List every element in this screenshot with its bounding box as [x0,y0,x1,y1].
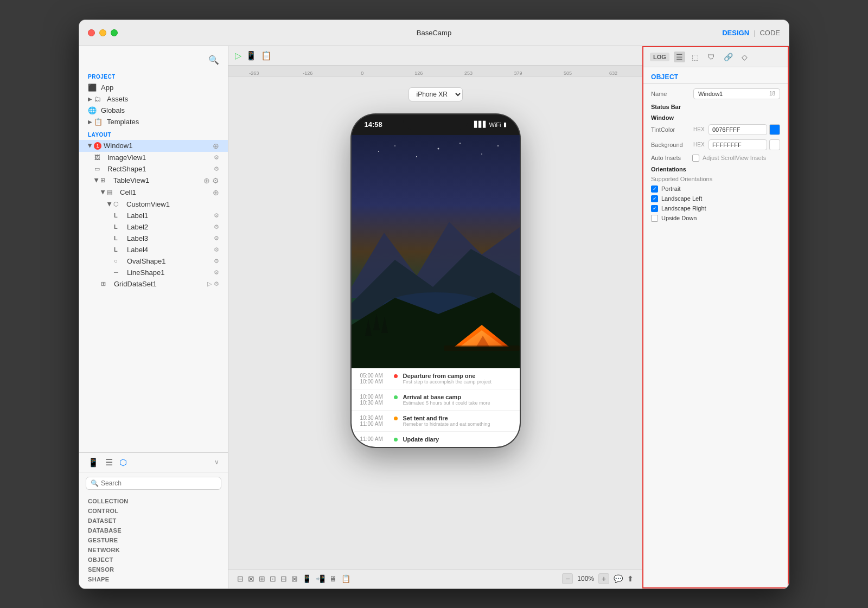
name-label: Name [651,91,689,97]
auto-insets-checkbox[interactable] [692,155,699,162]
play-icon[interactable]: ▷ [235,50,241,61]
item-actions: ▷ ⚙ [207,280,219,287]
zoom-level: 100% [577,575,594,583]
sidebar-item-tableview1[interactable]: ▶ ⊞ TableView1 ⊕ ⚙ [79,175,228,187]
chevron-down-icon[interactable]: ∨ [214,458,219,466]
comment-icon[interactable]: 💬 [614,574,623,583]
share-icon[interactable]: ⬆ [627,574,634,583]
background-hex-input[interactable]: FFFFFFFF [709,139,767,150]
cube-tab[interactable]: ⬡ [119,457,127,468]
log-tab[interactable]: LOG [650,53,669,61]
library-cat-shape[interactable]: SHAPE [79,574,228,584]
zoom-in-button[interactable]: + [598,573,609,584]
maximize-button[interactable] [111,29,118,36]
sidebar-item-rectshape1[interactable]: ▭ RectShape1 ⚙ [79,163,228,175]
add-icon[interactable]: ⊕ [213,142,219,150]
align-tool-5[interactable]: ⊟ [280,574,287,583]
library-cat-control[interactable]: CONTROL [79,506,228,516]
sidebar-item-label: Label1 [127,212,148,220]
align-tool-8[interactable]: 📲 [316,574,325,583]
align-tool-3[interactable]: ⊞ [259,574,265,583]
align-tool-1[interactable]: ⊟ [237,574,244,583]
frame-tab[interactable]: ⬚ [690,52,701,62]
close-button[interactable] [88,29,95,36]
add-icon[interactable]: ⊕ [203,176,210,185]
sidebar-item-templates[interactable]: ▶ 📋 Templates [79,116,228,127]
play-icon[interactable]: ▷ [207,280,212,287]
library-categories: COLLECTION CONTROL DATASET DATABASE GEST… [79,494,228,588]
item-actions: ⊕ ⚙ [203,176,219,185]
align-tool-7[interactable]: 📱 [302,574,311,583]
sidebar-item-label1[interactable]: L Label1 ⚙ [79,210,228,221]
sidebar-item-label: GridDataSet1 [114,280,157,288]
sidebar-item-label: Templates [107,118,139,126]
library-cat-network[interactable]: NETWORK [79,545,228,555]
label-icon: L [114,235,124,241]
name-input[interactable]: Window1 18 [693,88,780,99]
portrait-label: Portrait [661,185,680,192]
landscape-right-checkbox[interactable] [651,205,658,212]
sidebar-item-label2[interactable]: L Label2 ⚙ [79,221,228,233]
library-cat-collection[interactable]: COLLECTION [79,496,228,506]
align-tool-2[interactable]: ⊠ [248,574,254,583]
sidebar-item-label: LineShape1 [127,268,164,277]
sidebar-item-label: Assets [107,95,128,103]
landscape-left-checkbox[interactable] [651,195,658,202]
align-tool-4[interactable]: ⊡ [270,574,276,583]
phone-icon[interactable]: 📱 [246,50,257,61]
sidebar-item-label3[interactable]: L Label3 ⚙ [79,233,228,244]
sidebar-item-customview1[interactable]: ▶ ⬡ CustomView1 [79,199,228,210]
sidebar-item-app[interactable]: ⬛ App [79,82,228,93]
sidebar-item-window1[interactable]: ▶ 1 Window1 ⊕ [79,140,228,152]
sidebar-item-label: CustomView1 [126,200,170,208]
library-cat-database[interactable]: DATABASE [79,526,228,535]
sidebar-item-cell1[interactable]: ▶ ▤ Cell1 ⊕ [79,187,228,199]
item-actions: ⚙ [214,154,219,161]
list-tab[interactable]: ☰ [105,457,113,468]
library-cat-dataset[interactable]: DATASET [79,516,228,526]
right-panel-header: OBJECT [643,67,788,84]
zoom-out-button[interactable]: − [562,573,573,584]
sidebar-bottom: 📱 ☰ ⬡ ∨ 🔍 COLLECTION CONTROL DATASET DAT… [79,452,228,588]
shield-tab[interactable]: 🛡 [705,52,717,62]
minimize-button[interactable] [99,29,106,36]
ruler-horizontal: -263 -126 0 126 253 379 505 632 [228,66,642,76]
upside-down-checkbox[interactable] [651,215,658,222]
code-label[interactable]: CODE [760,29,780,37]
background-color-swatch[interactable] [769,139,780,150]
right-panel: LOG ☰ ⬚ 🛡 🔗 ◇ OBJECT Name Window1 18 [642,46,789,588]
align-tool-6[interactable]: ⊠ [291,574,298,583]
add-icon[interactable]: ⊕ [213,188,219,197]
device-select[interactable]: iPhone XR [409,87,463,101]
align-tool-10[interactable]: 📋 [341,574,350,583]
portrait-checkbox[interactable] [651,185,658,193]
layout-section-label: LAYOUT [79,127,228,140]
tint-hex-input[interactable]: 0076FFFF [709,124,767,135]
sidebar-item-globals[interactable]: 🌐 Globals [79,105,228,116]
diamond-tab[interactable]: ◇ [739,52,750,62]
supported-orientations-label: Supported Orientations [651,176,780,182]
search-icon[interactable]: 🔍 [208,55,219,65]
sidebar-item-assets[interactable]: ▶ 🗂 Assets [79,93,228,105]
link-tab[interactable]: 🔗 [722,52,735,62]
orientation-landscape-right-row: Landscape Right [651,205,780,212]
align-tool-9[interactable]: 🖥 [329,574,337,583]
chevron-icon: ▶ [88,119,92,125]
library-cat-sensor[interactable]: SENSOR [79,565,228,574]
library-cat-gesture[interactable]: GESTURE [79,535,228,545]
history-icon[interactable]: 📋 [261,50,272,61]
sidebar-item-imageview1[interactable]: 🖼 ImageView1 ⚙ [79,152,228,163]
sidebar-item-griddataset1[interactable]: ⊞ GridDataSet1 ▷ ⚙ [79,278,228,290]
phone-tab[interactable]: 📱 [88,457,99,468]
design-label[interactable]: DESIGN [722,29,749,37]
tint-hex-value: 0076FFFF [712,126,740,133]
sidebar-item-lineshape1[interactable]: ─ LineShape1 ⚙ [79,267,228,278]
library-search-bar[interactable]: 🔍 [86,477,221,490]
list-tab[interactable]: ☰ [674,52,685,62]
search-input[interactable] [101,479,216,487]
sidebar-item-label4[interactable]: L Label4 ⚙ [79,244,228,255]
sidebar-item-label: TableView1 [113,176,149,184]
tint-color-swatch[interactable] [769,124,780,135]
library-cat-object[interactable]: OBJECT [79,555,228,565]
sidebar-item-ovalshape1[interactable]: ○ OvalShape1 ⚙ [79,255,228,267]
